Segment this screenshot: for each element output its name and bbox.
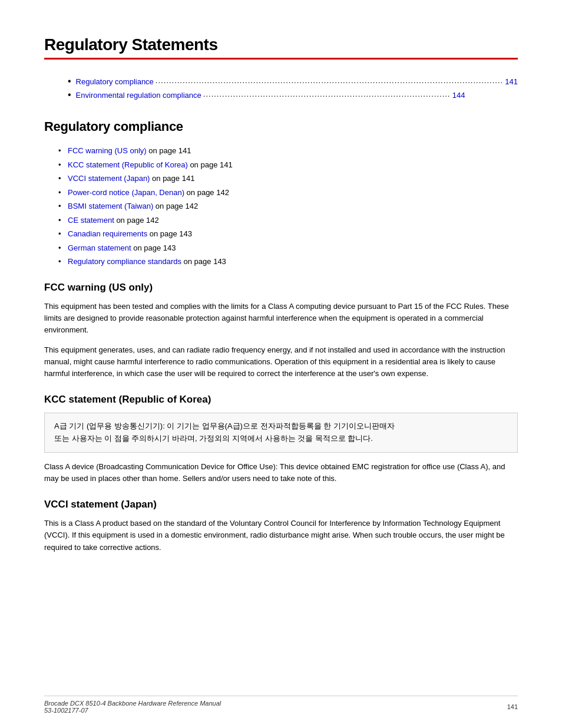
link-canadian-requirements[interactable]: Canadian requirements (68, 229, 147, 238)
link-kcc-statement[interactable]: KCC statement (Republic of Korea) (68, 160, 188, 169)
kcc-korean-text-box: A급 기기 (업무용 방송통신기기): 이 기기는 업무용(A급)으로 전자파적… (44, 413, 518, 453)
link-ce-statement[interactable]: CE statement (68, 216, 114, 225)
kcc-korean-text: A급 기기 (업무용 방송통신기기): 이 기기는 업무용(A급)으로 전자파적… (54, 421, 395, 443)
link-fcc-suffix: on page 141 (147, 146, 191, 155)
list-item-canadian: Canadian requirements on page 143 (68, 228, 518, 240)
list-item-fcc: FCC warning (US only) on page 141 (68, 145, 518, 157)
link-regulatory-standards[interactable]: Regulatory compliance standards (68, 257, 181, 266)
page-footer: Brocade DCX 8510-4 Backbone Hardware Ref… (44, 696, 518, 714)
fcc-warning-para-2: This equipment generates, uses, and can … (44, 344, 518, 380)
toc-link-regulatory-compliance[interactable]: Regulatory compliance (76, 77, 154, 86)
link-kcc-suffix: on page 141 (188, 160, 233, 169)
footer-manual-title: Brocade DCX 8510-4 Backbone Hardware Ref… (44, 700, 221, 707)
link-vcci-suffix: on page 141 (150, 174, 194, 183)
link-bsmi-suffix: on page 142 (153, 202, 198, 210)
link-power-cord[interactable]: Power-cord notice (Japan, Denan) (68, 188, 184, 197)
list-item-bsmi: BSMI statement (Taiwan) on page 142 (68, 200, 518, 212)
kcc-statement-heading: KCC statement (Republic of Korea) (44, 394, 518, 406)
toc-page-2: 144 (452, 91, 465, 100)
page-title: Regulatory Statements (44, 35, 518, 54)
regulatory-compliance-heading: Regulatory compliance (44, 119, 518, 134)
link-ce-suffix: on page 142 (114, 216, 159, 225)
toc-page-1: 141 (505, 77, 518, 86)
kcc-english-para: Class A device (Broadcasting Communicati… (44, 461, 518, 485)
list-item-german: German statement on page 143 (68, 242, 518, 254)
toc-item-1: • Regulatory compliance 141 (68, 76, 518, 87)
toc-item-2: • Environmental regulation compliance 14… (68, 90, 518, 100)
link-bsmi-statement[interactable]: BSMI statement (Taiwan) (68, 202, 153, 210)
footer-doc-number: 53-1002177-07 (44, 707, 221, 714)
link-fcc-warning[interactable]: FCC warning (US only) (68, 146, 147, 155)
fcc-warning-para-1: This equipment has been tested and compl… (44, 301, 518, 336)
toc-link-environmental-compliance[interactable]: Environmental regulation compliance (76, 91, 201, 100)
link-german-suffix: on page 143 (131, 243, 176, 252)
link-canadian-suffix: on page 143 (147, 229, 192, 238)
fcc-warning-heading: FCC warning (US only) (44, 282, 518, 294)
red-rule-divider (44, 58, 518, 60)
list-item-regulatory-standards: Regulatory compliance standards on page … (68, 256, 518, 268)
toc-fill-2 (203, 90, 451, 98)
footer-page-number: 141 (507, 703, 518, 710)
regulatory-compliance-section: Regulatory compliance FCC warning (US on… (44, 119, 518, 554)
link-german-statement[interactable]: German statement (68, 243, 131, 252)
list-item-kcc: KCC statement (Republic of Korea) on pag… (68, 159, 518, 171)
regulatory-compliance-list: FCC warning (US only) on page 141 KCC st… (44, 145, 518, 268)
list-item-power-cord: Power-cord notice (Japan, Denan) on page… (68, 187, 518, 199)
footer-left: Brocade DCX 8510-4 Backbone Hardware Ref… (44, 700, 221, 714)
page-container: Regulatory Statements • Regulatory compl… (0, 0, 562, 728)
list-item-ce: CE statement on page 142 (68, 215, 518, 226)
toc-bullet-1: • (68, 76, 71, 87)
list-item-vcci: VCCI statement (Japan) on page 141 (68, 173, 518, 185)
link-power-cord-suffix: on page 142 (184, 188, 229, 197)
vcci-statement-heading: VCCI statement (Japan) (44, 499, 518, 510)
link-vcci-statement[interactable]: VCCI statement (Japan) (68, 174, 150, 183)
vcci-para: This is a Class A product based on the s… (44, 518, 518, 553)
toc-section: • Regulatory compliance 141 • Environmen… (44, 76, 518, 100)
link-regulatory-standards-suffix: on page 143 (181, 257, 226, 266)
toc-bullet-2: • (68, 90, 71, 100)
toc-fill-1 (156, 76, 503, 85)
